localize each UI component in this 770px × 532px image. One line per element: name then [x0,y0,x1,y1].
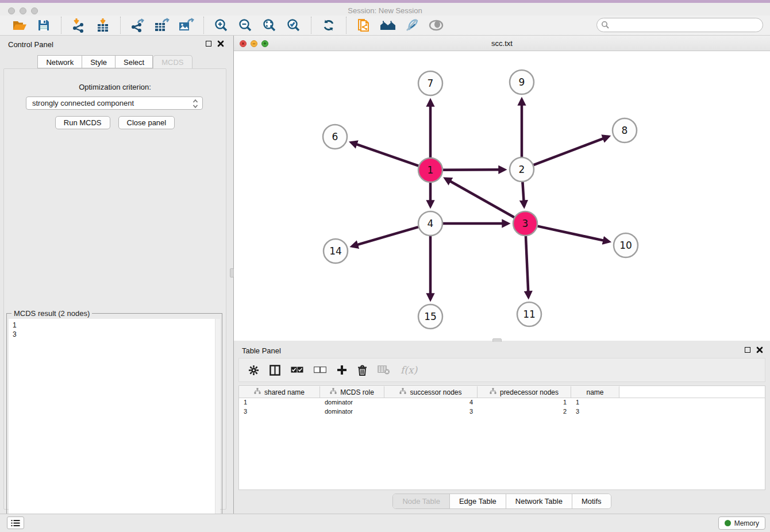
control-panel: Control Panel NetworkStyleSelectMCDS Opt… [0,36,230,514]
delete-column-icon[interactable] [357,365,367,376]
mcds-result-title: MCDS result (2 nodes) [11,309,92,318]
select-all-icon[interactable] [291,367,303,373]
close-panel-button[interactable]: Close panel [118,116,175,129]
tab-network[interactable]: Network [37,55,82,68]
close-table-panel-icon[interactable] [756,346,763,353]
cell-shared-name[interactable]: 1 [239,398,320,407]
delete-table-icon[interactable] [378,365,390,375]
criterion-select[interactable]: strongly connected component [26,97,203,110]
network-view-window: × − + scc.txt 7968124314101511 [234,36,770,341]
cell-successor-nodes[interactable]: 3 [384,407,478,417]
save-session-icon[interactable] [33,17,54,34]
cell-name[interactable]: 3 [571,407,619,417]
first-neighbors-icon[interactable] [378,17,398,34]
export-image-icon[interactable] [176,17,197,34]
toolbar-separator [61,17,61,34]
task-history-button[interactable] [7,516,24,529]
tab-edge-table[interactable]: Edge Table [450,494,506,508]
splitter-handle[interactable] [230,268,234,277]
memory-button[interactable]: Memory [718,516,765,530]
export-network-icon[interactable] [128,17,148,34]
app-titlebar: Session: New Session [0,3,770,16]
list-icon [11,519,20,527]
tab-mcds[interactable]: MCDS [153,55,192,68]
show-column-icon[interactable] [270,365,280,376]
edge-2-8[interactable] [534,137,609,165]
birds-eye-view-icon[interactable] [426,17,446,34]
network-canvas[interactable]: 7968124314101511 [234,51,769,338]
sort-tree-icon [254,388,261,396]
close-panel-icon[interactable] [217,40,224,47]
cell-predecessor-nodes[interactable]: 2 [478,407,571,417]
column-header-successor-nodes[interactable]: successor nodes [384,386,478,398]
function-builder-icon[interactable]: f(x) [401,364,417,376]
new-network-from-selection-icon[interactable] [353,17,374,34]
edge-2-3[interactable] [522,182,524,206]
mcds-result-lines: 13 [9,319,220,339]
zoom-selected-icon[interactable] [283,17,304,34]
status-bar: Memory [0,514,770,532]
sort-tree-icon [399,388,406,396]
column-header-name[interactable]: name [571,386,619,398]
float-table-panel-icon[interactable] [745,347,750,353]
mcds-result-area[interactable]: 13 [9,319,220,529]
node-label-4: 4 [428,218,434,229]
node-label-6: 6 [332,131,338,142]
zoom-out-icon[interactable] [235,17,256,34]
node-label-15: 15 [424,311,437,322]
toolbar-separator [311,17,311,34]
show-hide-graphics-details-icon[interactable] [402,17,422,34]
node-label-1: 1 [428,164,434,176]
cell-shared-name[interactable]: 3 [239,407,320,417]
column-header-shared-name[interactable]: shared name [239,386,320,398]
vertical-splitter[interactable] [230,36,234,514]
criterion-value: strongly connected component [32,99,134,107]
tab-style[interactable]: Style [82,55,116,68]
toolbar-separator [120,17,121,34]
optimization-criterion-label: Optimization criterion: [4,83,226,91]
tab-node-table[interactable]: Node Table [393,494,450,508]
cell-successor-nodes[interactable]: 4 [384,398,478,407]
open-session-icon[interactable] [9,17,30,34]
node-label-11: 11 [523,309,536,320]
node-table[interactable]: shared nameMCDS rolesuccessor nodesprede… [238,385,765,490]
table-row[interactable]: 3dominator323 [239,407,765,417]
cell-MCDS-role[interactable]: dominator [320,407,384,417]
node-label-9: 9 [519,76,525,88]
edge-1-6[interactable] [351,142,418,166]
import-network-icon[interactable] [68,17,89,34]
deselect-all-icon[interactable] [314,367,326,373]
zoom-in-icon[interactable] [211,17,232,34]
edge-3-11[interactable] [526,236,529,297]
cell-MCDS-role[interactable]: dominator [320,398,384,407]
toolbar-separator [203,17,204,34]
tab-network-table[interactable]: Network Table [506,494,572,508]
edge-3-1[interactable] [445,179,514,217]
result-scrollbar[interactable] [215,319,220,529]
network-window-titlebar[interactable]: × − + scc.txt [234,36,770,51]
mcds-tab-content: Optimization criterion: strongly connect… [3,68,226,510]
zoom-fit-icon[interactable] [259,17,280,34]
export-table-icon[interactable] [152,17,172,34]
run-mcds-button[interactable]: Run MCDS [55,116,110,129]
toolbar-separator [346,17,346,34]
edge-3-10[interactable] [537,226,609,242]
table-row[interactable]: 1dominator411 [239,398,765,407]
refresh-layout-icon[interactable] [318,17,339,34]
import-table-icon[interactable] [93,17,113,34]
add-column-icon[interactable] [337,365,347,375]
node-label-10: 10 [619,240,632,251]
edge-1-2[interactable] [443,169,505,170]
column-header-predecessor-nodes[interactable]: predecessor nodes [478,386,571,398]
edge-4-14[interactable] [352,227,418,246]
column-header-MCDS-role[interactable]: MCDS role [320,386,384,398]
tab-motifs[interactable]: Motifs [572,494,611,508]
tab-select[interactable]: Select [116,55,153,68]
cell-name[interactable]: 1 [571,398,619,407]
cell-predecessor-nodes[interactable]: 1 [478,398,571,407]
table-options-icon[interactable] [248,365,259,376]
memory-label: Memory [734,519,759,527]
float-panel-icon[interactable] [206,41,211,47]
mcds-result-fieldset: MCDS result (2 nodes) 13 [6,313,222,531]
search-input[interactable] [596,18,763,32]
